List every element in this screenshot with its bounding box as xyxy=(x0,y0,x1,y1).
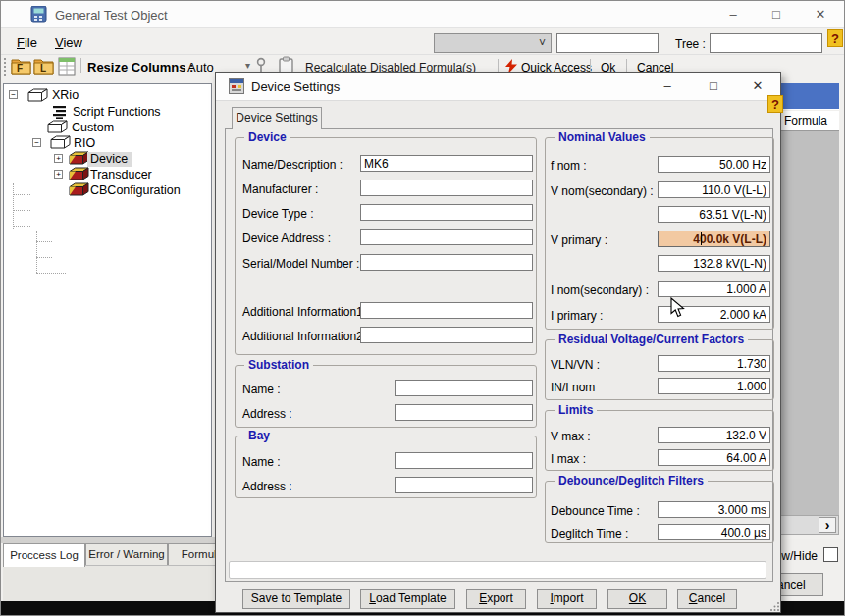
tree-expand-toggle[interactable]: + xyxy=(54,170,63,179)
tree-item-transducer[interactable]: Transducer xyxy=(90,168,152,181)
dialog-close-button[interactable]: ✕ xyxy=(741,77,774,96)
name-description-input[interactable] xyxy=(360,155,533,172)
tree-line xyxy=(13,226,30,227)
import-button[interactable]: Import xyxy=(537,589,597,609)
tree-line xyxy=(36,241,52,242)
resize-columns-value: Auto xyxy=(187,60,214,75)
device-type-input[interactable] xyxy=(360,204,533,221)
nominal-values-legend: Nominal Values xyxy=(555,130,650,144)
dialog-maximize-button[interactable]: □ xyxy=(697,77,730,96)
open-folder-f-icon[interactable]: F xyxy=(11,58,31,75)
v-nom-ln-input[interactable] xyxy=(658,206,770,223)
tree-label: Tree : xyxy=(675,37,706,51)
v-primary-label: V primary : xyxy=(551,233,607,247)
bay-group-legend: Bay xyxy=(244,429,274,442)
chevron-down-icon: ˅ xyxy=(539,36,546,50)
close-button[interactable]: ✕ xyxy=(804,5,837,25)
f-nom-label: f nom : xyxy=(551,159,587,173)
deglitch-time-label: Deglitch Time : xyxy=(551,527,628,540)
scroll-right-button[interactable]: › xyxy=(819,517,836,533)
show-hide-checkbox[interactable] xyxy=(823,547,838,562)
device-settings-dialog: Device Settings – □ ✕ ? Device Settings … xyxy=(215,72,781,613)
minimize-button[interactable]: – xyxy=(716,5,750,25)
dialog-titlebar: Device Settings – □ ✕ xyxy=(216,73,780,101)
dialog-minimize-button[interactable]: – xyxy=(651,77,684,96)
tab-process-log[interactable]: Proccess Log xyxy=(3,543,85,567)
horizontal-scrollbar[interactable]: › xyxy=(778,515,839,535)
combo-arrow-icon: ▾ xyxy=(245,60,250,71)
bay-name-input[interactable] xyxy=(395,452,533,469)
help-icon[interactable]: ? xyxy=(827,29,843,47)
name-description-label: Name/Description : xyxy=(242,158,343,172)
grid-header-selected xyxy=(778,83,839,110)
vln-vn-input[interactable] xyxy=(658,355,770,372)
tab-error-warning[interactable]: Error / Warning xyxy=(85,543,168,565)
spreadsheet-icon[interactable] xyxy=(58,57,76,76)
tree-item-custom[interactable]: Custom xyxy=(72,121,114,134)
substation-address-input[interactable] xyxy=(395,404,533,421)
tree-panel: − XRio Script Functions Custom − RIO + D… xyxy=(3,83,212,537)
cancel-button[interactable]: Cancel xyxy=(677,589,737,609)
manufacturer-label: Manufacturer : xyxy=(242,182,318,196)
open-folder-l-icon[interactable]: L xyxy=(33,58,54,75)
substation-name-input[interactable] xyxy=(395,380,533,396)
i-nom-secondary-input[interactable] xyxy=(658,281,770,297)
save-to-template-button[interactable]: Save to Template xyxy=(242,589,350,609)
bay-name-label: Name : xyxy=(242,455,281,469)
in-inom-input[interactable] xyxy=(658,378,770,394)
tab-error-warning-label: Error / Warning xyxy=(88,548,165,560)
top-combobox[interactable]: ˅ xyxy=(434,33,552,53)
top-text-input[interactable] xyxy=(556,33,659,53)
f-nom-input[interactable] xyxy=(658,156,770,173)
tree-item-rio[interactable]: RIO xyxy=(74,136,95,150)
debounce-time-input[interactable] xyxy=(658,501,770,518)
manufacturer-input[interactable] xyxy=(360,180,533,196)
app-icon xyxy=(30,6,47,23)
dialog-help-icon[interactable]: ? xyxy=(767,95,783,113)
load-template-button[interactable]: Load Template xyxy=(360,589,455,609)
tree-item-cbconfiguration[interactable]: CBConfiguration xyxy=(90,183,181,197)
tree-item-xrio[interactable]: XRio xyxy=(52,88,79,102)
menu-view[interactable]: View xyxy=(55,35,82,50)
toolbar-separator xyxy=(80,58,81,73)
substation-name-label: Name : xyxy=(242,383,281,396)
tree-line xyxy=(13,210,30,211)
maximize-button[interactable]: □ xyxy=(760,5,793,25)
tree-collapse-toggle[interactable]: − xyxy=(9,90,18,99)
bay-address-input[interactable] xyxy=(395,477,533,493)
tree-line xyxy=(13,194,30,195)
script-functions-icon xyxy=(53,106,68,119)
v-max-input[interactable] xyxy=(658,427,770,443)
dialog-tab-label: Device Settings xyxy=(236,111,317,125)
dialog-status-strip xyxy=(229,561,766,579)
tree-line xyxy=(13,183,14,229)
device-group-legend: Device xyxy=(244,130,290,144)
formula-column-header[interactable]: Formula xyxy=(778,111,839,131)
dialog-tab-device-settings[interactable]: Device Settings xyxy=(232,107,322,129)
formula-header-label: Formula xyxy=(784,114,827,128)
v-primary-ll-input[interactable] xyxy=(658,231,770,247)
tree-input[interactable] xyxy=(710,33,822,53)
cbconfiguration-box-icon xyxy=(69,182,89,196)
serial-model-input[interactable] xyxy=(360,254,533,271)
deglitch-time-input[interactable] xyxy=(658,524,770,540)
additional-info2-input[interactable] xyxy=(360,327,533,343)
titlebar: General Test Object – □ ✕ xyxy=(1,1,845,28)
debounce-time-label: Debounce Time : xyxy=(551,504,640,518)
resize-grip[interactable] xyxy=(770,601,780,611)
box-icon xyxy=(47,120,68,133)
v-primary-ln-input[interactable] xyxy=(658,255,770,272)
v-nom-ll-input[interactable] xyxy=(658,181,770,198)
additional-info1-input[interactable] xyxy=(360,302,533,319)
i-max-input[interactable] xyxy=(658,449,770,466)
dialog-icon xyxy=(229,78,244,94)
tree-expand-toggle[interactable]: + xyxy=(54,154,63,163)
tree-collapse-toggle[interactable]: − xyxy=(32,138,41,147)
tree-line xyxy=(36,257,52,258)
ok-button[interactable]: OK xyxy=(607,589,667,609)
menu-file[interactable]: File xyxy=(17,35,37,50)
tree-item-device[interactable]: Device xyxy=(90,152,128,166)
device-address-input[interactable] xyxy=(360,229,533,245)
export-button[interactable]: Export xyxy=(466,589,526,609)
tree-item-script-functions[interactable]: Script Functions xyxy=(73,105,161,119)
